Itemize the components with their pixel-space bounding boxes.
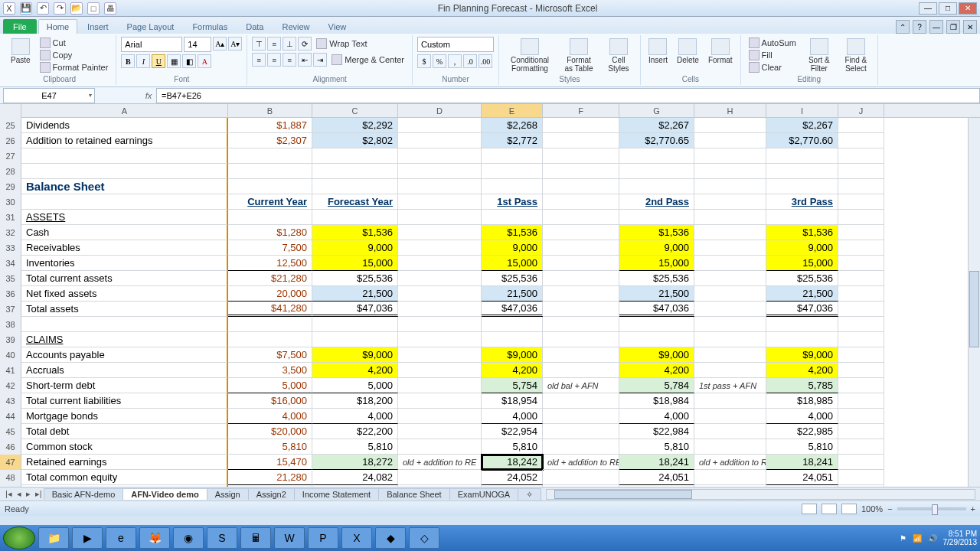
- zoom-out-button[interactable]: −: [887, 504, 892, 514]
- format-as-table-button[interactable]: Format as Table: [559, 37, 599, 74]
- sheet-nav-buttons[interactable]: |◂◂▸▸|: [3, 489, 44, 499]
- cell-D30[interactable]: [398, 194, 482, 210]
- cell-A33[interactable]: Receivables: [21, 240, 228, 256]
- dec-decimal-button[interactable]: .00: [479, 54, 492, 68]
- font-size-select[interactable]: [184, 37, 211, 52]
- cell-F31[interactable]: [543, 210, 619, 225]
- cell-A31[interactable]: ASSETS: [21, 210, 228, 225]
- workbook-minimize-button[interactable]: —: [929, 20, 943, 34]
- formula-input[interactable]: =B47+E26: [156, 88, 980, 103]
- find-select-button[interactable]: Find & Select: [839, 37, 873, 74]
- tab-home[interactable]: Home: [38, 19, 77, 34]
- cell-I32[interactable]: $1,536: [766, 225, 838, 240]
- cell-G25[interactable]: $2,267: [619, 118, 694, 133]
- cell-F25[interactable]: [543, 118, 619, 133]
- number-format-select[interactable]: [417, 37, 494, 52]
- fill-button[interactable]: Fill: [746, 49, 799, 61]
- row-header-36[interactable]: 36: [0, 286, 21, 302]
- cell-H27[interactable]: [694, 148, 766, 164]
- open-icon[interactable]: 📂: [70, 2, 83, 15]
- cell-I29[interactable]: [766, 179, 838, 194]
- view-layout-button[interactable]: [822, 504, 837, 514]
- conditional-formatting-button[interactable]: Conditional Formatting: [504, 37, 556, 74]
- minimize-ribbon-icon[interactable]: ⌃: [896, 20, 910, 34]
- cell-G28[interactable]: [619, 164, 694, 179]
- row-header-26[interactable]: 26: [0, 133, 21, 148]
- cell-A40[interactable]: Accounts payable: [21, 347, 228, 363]
- tab-view[interactable]: View: [320, 19, 355, 34]
- cell-C35[interactable]: $25,536: [312, 271, 398, 286]
- cell-G44[interactable]: 4,000: [619, 409, 694, 424]
- cell-G40[interactable]: $9,000: [619, 347, 694, 363]
- taskbar-ppt-icon[interactable]: P: [308, 527, 338, 549]
- inc-decimal-button[interactable]: .0: [463, 54, 477, 68]
- row-header-35[interactable]: 35: [0, 271, 21, 286]
- cell-G29[interactable]: [619, 179, 694, 194]
- cell-C43[interactable]: $18,200: [312, 393, 398, 409]
- row-header-49[interactable]: 49: [0, 485, 21, 487]
- cell-G43[interactable]: $18,984: [619, 393, 694, 409]
- cell-E25[interactable]: $2,268: [482, 118, 543, 133]
- cell-B38[interactable]: [228, 317, 312, 332]
- cell-E47[interactable]: 18,242: [482, 455, 543, 470]
- cell-J32[interactable]: [838, 225, 884, 240]
- col-header-G[interactable]: G: [619, 104, 694, 117]
- cell-I33[interactable]: 9,000: [766, 240, 838, 256]
- italic-button[interactable]: I: [136, 54, 150, 68]
- cell-J39[interactable]: [838, 332, 884, 347]
- currency-button[interactable]: $: [417, 54, 431, 68]
- bold-button[interactable]: B: [121, 54, 135, 68]
- cell-I34[interactable]: 15,000: [766, 256, 838, 271]
- cell-G42[interactable]: 5,784: [619, 378, 694, 393]
- cell-J41[interactable]: [838, 363, 884, 378]
- cell-H29[interactable]: [694, 179, 766, 194]
- cell-J31[interactable]: [838, 210, 884, 225]
- cell-B45[interactable]: $20,000: [228, 424, 312, 439]
- cell-I45[interactable]: $22,985: [766, 424, 838, 439]
- cell-G49[interactable]: $47,035: [619, 485, 694, 487]
- tab-insert[interactable]: Insert: [79, 19, 117, 34]
- cell-D25[interactable]: [398, 118, 482, 133]
- cell-C36[interactable]: 21,500: [312, 286, 398, 302]
- cell-E41[interactable]: 4,200: [482, 363, 543, 378]
- cell-H43[interactable]: [694, 393, 766, 409]
- cell-B34[interactable]: 12,500: [228, 256, 312, 271]
- col-header-C[interactable]: C: [312, 104, 398, 117]
- cell-B41[interactable]: 3,500: [228, 363, 312, 378]
- cell-I43[interactable]: $18,985: [766, 393, 838, 409]
- align-middle-button[interactable]: ≡: [267, 37, 281, 51]
- horizontal-scrollbar[interactable]: [546, 489, 975, 500]
- cell-F47[interactable]: old + addition to RE: [543, 455, 619, 470]
- taskbar-excel-icon[interactable]: X: [341, 527, 372, 549]
- cell-I26[interactable]: $2,770.60: [766, 133, 838, 148]
- save-icon[interactable]: 💾: [20, 2, 32, 15]
- taskbar-explorer-icon[interactable]: 📁: [38, 527, 69, 549]
- sheet-tab-basic-afn[interactable]: Basic AFN-demo: [44, 488, 124, 500]
- cell-C40[interactable]: $9,000: [312, 347, 398, 363]
- percent-button[interactable]: %: [433, 54, 446, 68]
- cell-B49[interactable]: $41,280: [228, 485, 312, 487]
- fx-icon[interactable]: fx: [141, 91, 156, 100]
- cell-E35[interactable]: $25,536: [482, 271, 543, 286]
- cell-G32[interactable]: $1,536: [619, 225, 694, 240]
- cell-E30[interactable]: 1st Pass: [482, 194, 543, 210]
- row-header-28[interactable]: 28: [0, 164, 21, 179]
- col-header-H[interactable]: H: [694, 104, 766, 117]
- cell-B36[interactable]: 20,000: [228, 286, 312, 302]
- cell-F49[interactable]: [543, 485, 619, 487]
- cell-E31[interactable]: [482, 210, 543, 225]
- tab-file[interactable]: File: [3, 19, 37, 34]
- print-icon[interactable]: 🖶: [104, 2, 116, 15]
- cell-G27[interactable]: [619, 148, 694, 164]
- vertical-scrollbar[interactable]: [968, 118, 980, 487]
- copy-button[interactable]: Copy: [37, 49, 112, 61]
- cell-C26[interactable]: $2,802: [312, 133, 398, 148]
- cell-E46[interactable]: 5,810: [482, 439, 543, 455]
- cell-G34[interactable]: 15,000: [619, 256, 694, 271]
- taskbar-calc-icon[interactable]: 🖩: [240, 527, 271, 549]
- cell-J46[interactable]: [838, 439, 884, 455]
- cell-J45[interactable]: [838, 424, 884, 439]
- tray-clock[interactable]: 8:51 PM 7/29/2013: [943, 530, 978, 546]
- sheet-tab-assign2[interactable]: Assign2: [248, 488, 295, 500]
- cell-F37[interactable]: [543, 302, 619, 317]
